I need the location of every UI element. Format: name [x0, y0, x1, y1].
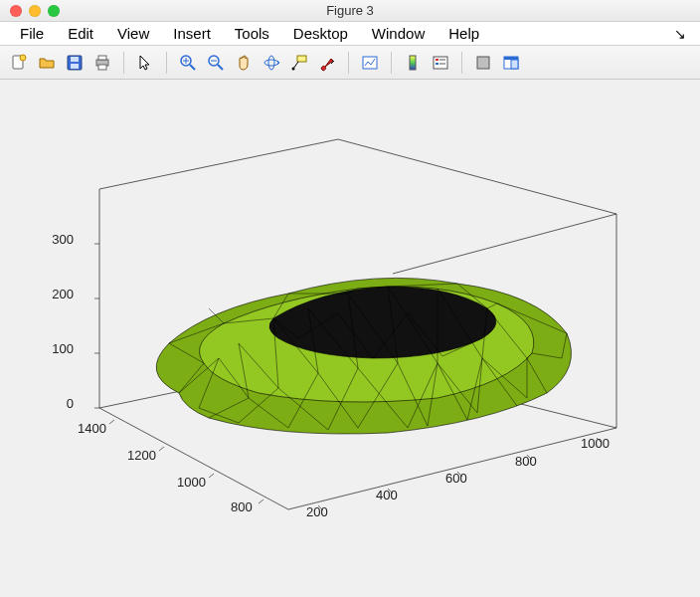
- y-tick-label: 1400: [78, 421, 106, 436]
- svg-line-46: [209, 474, 214, 478]
- save-button[interactable]: [62, 50, 88, 76]
- menu-overflow-button[interactable]: ↘: [674, 26, 692, 42]
- svg-rect-4: [71, 64, 79, 69]
- window-title: Figure 3: [0, 3, 700, 18]
- svg-line-32: [99, 139, 338, 189]
- open-folder-icon: [38, 54, 56, 72]
- pointer-button[interactable]: [132, 50, 158, 76]
- figure-area: 0 100 200 300 1400 1200 1000 800 200 400…: [0, 80, 700, 597]
- brush-icon: [318, 54, 336, 72]
- svg-line-39: [288, 428, 616, 509]
- menu-window[interactable]: Window: [360, 23, 437, 44]
- toolbar-separator: [348, 52, 349, 74]
- menubar: File Edit View Insert Tools Desktop Wind…: [0, 22, 700, 46]
- toolbar-separator: [123, 52, 124, 74]
- x-tick-label: 400: [376, 488, 398, 502]
- new-file-icon: [10, 54, 28, 72]
- svg-line-9: [190, 65, 195, 70]
- data-cursor-icon: [290, 54, 308, 72]
- z-tick-label: 0: [44, 396, 74, 411]
- svg-rect-30: [511, 60, 518, 69]
- svg-point-1: [20, 55, 26, 61]
- print-button[interactable]: [89, 50, 115, 76]
- minimize-window-button[interactable]: [29, 5, 41, 17]
- maximize-window-button[interactable]: [48, 5, 60, 17]
- svg-rect-20: [363, 57, 377, 69]
- svg-line-13: [218, 65, 223, 70]
- zoom-in-icon: [179, 54, 197, 72]
- colorbar-button[interactable]: [400, 50, 426, 76]
- titlebar: Figure 3: [0, 0, 700, 22]
- legend-button[interactable]: [428, 50, 453, 76]
- data-cursor-button[interactable]: [286, 50, 312, 76]
- menu-tools[interactable]: Tools: [223, 23, 281, 44]
- x-tick-label: 600: [445, 471, 467, 486]
- toolbar-separator: [166, 52, 167, 74]
- close-window-button[interactable]: [10, 5, 22, 17]
- colorbar-icon: [404, 54, 422, 72]
- svg-rect-23: [436, 59, 438, 61]
- menu-edit[interactable]: Edit: [56, 23, 105, 44]
- svg-rect-21: [410, 56, 416, 70]
- link-icon: [361, 54, 379, 72]
- pan-button[interactable]: [231, 50, 257, 76]
- menu-view[interactable]: View: [105, 23, 161, 44]
- hide-tools-icon: [474, 54, 492, 72]
- svg-rect-27: [477, 57, 489, 69]
- y-tick-label: 1000: [177, 475, 206, 490]
- rotate-3d-button[interactable]: [259, 50, 284, 76]
- open-button[interactable]: [34, 50, 60, 76]
- svg-line-45: [159, 447, 164, 451]
- zoom-in-button[interactable]: [175, 50, 201, 76]
- print-icon: [93, 54, 111, 72]
- svg-point-16: [268, 56, 274, 70]
- x-tick-label: 1000: [581, 436, 610, 451]
- link-plot-button[interactable]: [357, 50, 383, 76]
- svg-line-35: [393, 214, 616, 274]
- svg-rect-3: [71, 57, 79, 62]
- svg-rect-7: [98, 65, 106, 70]
- axes-3d[interactable]: [40, 109, 656, 567]
- toolbar-separator: [391, 52, 392, 74]
- x-tick-label: 200: [306, 504, 328, 519]
- zoom-out-button[interactable]: [203, 50, 229, 76]
- svg-line-47: [259, 499, 263, 503]
- dock-button[interactable]: [498, 50, 524, 76]
- toolbar: [0, 46, 700, 80]
- dock-icon: [502, 54, 520, 72]
- svg-point-15: [264, 60, 278, 66]
- menu-file[interactable]: File: [8, 23, 56, 44]
- zoom-out-icon: [207, 54, 225, 72]
- menu-desktop[interactable]: Desktop: [281, 23, 360, 44]
- window-controls: [0, 5, 60, 17]
- svg-rect-17: [297, 56, 306, 62]
- z-tick-label: 200: [34, 287, 74, 301]
- y-tick-label: 1200: [127, 448, 156, 463]
- z-tick-label: 300: [34, 232, 74, 247]
- svg-rect-6: [98, 56, 106, 60]
- menu-insert[interactable]: Insert: [161, 23, 223, 44]
- brush-button[interactable]: [314, 50, 340, 76]
- pointer-icon: [136, 54, 154, 72]
- new-figure-button[interactable]: [6, 50, 32, 76]
- legend-icon: [432, 54, 449, 72]
- toolbar-separator: [461, 52, 462, 74]
- z-tick-label: 100: [34, 341, 74, 356]
- svg-rect-24: [436, 63, 438, 65]
- pan-hand-icon: [235, 54, 253, 72]
- menu-help[interactable]: Help: [437, 23, 491, 44]
- surface-mesh: [156, 278, 571, 434]
- x-tick-label: 800: [515, 454, 537, 469]
- rotate-3d-icon: [262, 54, 280, 72]
- y-tick-label: 800: [231, 499, 253, 514]
- save-disk-icon: [66, 54, 84, 72]
- svg-line-44: [109, 420, 114, 424]
- svg-line-33: [338, 139, 616, 214]
- hide-tools-button[interactable]: [470, 50, 496, 76]
- svg-point-19: [292, 67, 295, 70]
